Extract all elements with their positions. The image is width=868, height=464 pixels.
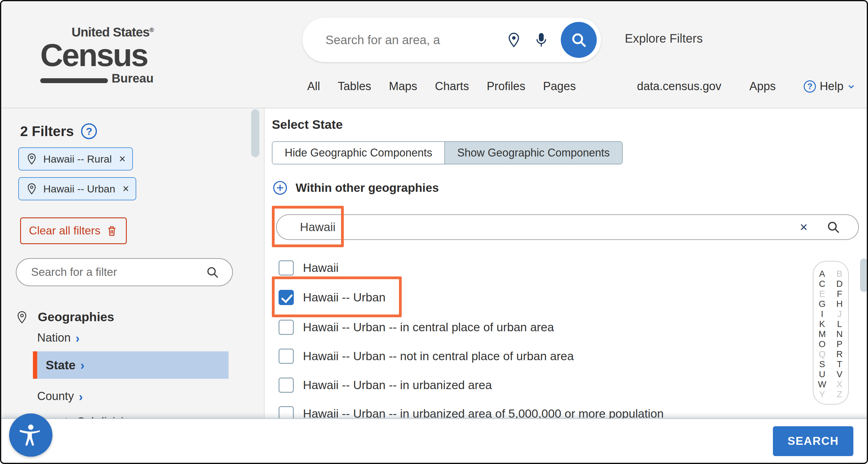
alpha-letter[interactable]: F <box>831 289 848 299</box>
secondary-nav: data.census.gov Apps ? Help <box>637 80 855 93</box>
nav-tab-all[interactable]: All <box>307 80 320 93</box>
geographies-section-header: Geographies <box>15 310 114 324</box>
alpha-letter[interactable]: J <box>831 309 848 319</box>
main-scrollbar-thumb[interactable] <box>860 259 868 292</box>
clear-all-filters-label: Clear all filters <box>29 224 100 237</box>
selected-indicator-bar <box>33 351 37 379</box>
alpha-letter[interactable]: D <box>831 279 848 289</box>
help-menu[interactable]: ? Help <box>804 80 855 93</box>
filter-chip-label: Hawaii -- Rural <box>43 153 112 165</box>
primary-nav: All Tables Maps Charts Profiles Pages <box>307 80 576 93</box>
nav-tab-charts[interactable]: Charts <box>435 80 469 93</box>
filter-chip-label: Hawaii -- Urban <box>43 183 115 195</box>
alpha-letter[interactable]: L <box>831 319 848 329</box>
page-title: Select State <box>272 118 343 132</box>
filters-sidebar: 2 Filters ? Hawaii -- Rural × Hawaii -- … <box>1 108 265 421</box>
option-label: Hawaii -- Urban -- in urbanized area <box>303 378 492 392</box>
within-other-geographies-label: Within other geographies <box>296 181 439 195</box>
search-button[interactable]: SEARCH <box>773 426 854 456</box>
help-label: Help <box>819 80 843 93</box>
filter-chip-hawaii-urban[interactable]: Hawaii -- Urban × <box>18 177 136 200</box>
nav-tab-profiles[interactable]: Profiles <box>487 80 525 93</box>
filter-search-input[interactable]: Search for a filter <box>16 258 233 286</box>
chevron-right-icon: › <box>79 390 83 403</box>
sidebar-item-state[interactable]: State › <box>33 351 228 379</box>
geo-search-value[interactable]: Hawaii <box>300 221 800 234</box>
alpha-letter[interactable]: X <box>831 379 848 389</box>
footer-bar: SEARCH <box>1 418 868 463</box>
remove-filter-icon[interactable]: × <box>123 183 129 195</box>
main-search-placeholder[interactable]: Search for an area, a <box>326 33 506 47</box>
checkbox[interactable] <box>279 320 294 335</box>
checkbox[interactable] <box>279 349 294 364</box>
alpha-letter[interactable]: U <box>813 369 831 379</box>
alpha-letter[interactable]: N <box>831 329 848 339</box>
sidebar-item-label: County <box>37 390 74 403</box>
nav-tab-maps[interactable]: Maps <box>389 80 417 93</box>
alpha-letter[interactable]: C <box>813 279 831 289</box>
help-circle-icon: ? <box>804 80 816 93</box>
remove-filter-icon[interactable]: × <box>119 153 126 165</box>
nav-tab-tables[interactable]: Tables <box>338 80 371 93</box>
chevron-right-icon: › <box>75 332 80 344</box>
option-row-urbanized-area[interactable]: Hawaii -- Urban -- in urbanized area <box>279 377 492 393</box>
option-label: Hawaii -- Urban -- in central place of u… <box>303 321 554 334</box>
sidebar-item-county[interactable]: County › <box>37 390 83 403</box>
option-row-hawaii[interactable]: Hawaii <box>279 260 339 275</box>
option-row-hawaii-urban[interactable]: Hawaii -- Urban <box>279 290 385 305</box>
logo-line2: Census <box>40 40 154 70</box>
filters-help-icon[interactable]: ? <box>81 123 97 139</box>
alpha-letter[interactable]: Q <box>813 349 831 359</box>
clear-all-filters-button[interactable]: Clear all filters <box>20 218 127 244</box>
alpha-letter[interactable]: V <box>831 369 848 379</box>
apps-link[interactable]: Apps <box>749 80 776 93</box>
location-pin-icon <box>26 153 38 165</box>
checkbox[interactable] <box>279 377 294 393</box>
alpha-letter[interactable]: P <box>831 339 848 349</box>
alpha-letter[interactable]: G <box>813 299 831 309</box>
alpha-letter[interactable]: T <box>831 359 848 369</box>
within-other-geographies[interactable]: Within other geographies <box>273 180 439 195</box>
alpha-letter[interactable]: K <box>813 319 831 329</box>
microphone-icon[interactable] <box>533 32 549 48</box>
sidebar-item-nation[interactable]: Nation › <box>37 331 80 344</box>
sidebar-scrollbar-thumb[interactable] <box>251 109 259 157</box>
alpha-letter[interactable]: O <box>813 339 831 349</box>
option-row-not-central-place[interactable]: Hawaii -- Urban -- not in central place … <box>279 349 574 364</box>
location-pin-icon[interactable] <box>506 32 522 48</box>
geo-search-input[interactable]: Hawaii × <box>276 214 859 240</box>
nav-tab-pages[interactable]: Pages <box>543 80 576 93</box>
clear-input-icon[interactable]: × <box>800 220 808 235</box>
alpha-letter[interactable]: A <box>813 269 831 279</box>
alpha-letter[interactable]: Y <box>813 389 831 399</box>
search-icon <box>570 31 588 49</box>
search-icon[interactable] <box>206 265 219 279</box>
alpha-letter[interactable]: Z <box>831 389 848 399</box>
checkbox[interactable] <box>279 260 294 275</box>
hide-geographic-components-button[interactable]: Hide Geographic Components <box>273 142 445 164</box>
filters-count-title: 2 Filters <box>20 123 74 139</box>
explore-filters-link[interactable]: Explore Filters <box>625 32 703 45</box>
main-search-bar[interactable]: Search for an area, a <box>302 18 601 62</box>
location-pin-icon <box>26 183 38 195</box>
alpha-letter[interactable]: W <box>813 379 831 389</box>
search-submit-button[interactable] <box>561 22 597 58</box>
alpha-letter[interactable]: E <box>813 289 831 299</box>
show-geographic-components-button[interactable]: Show Geographic Components <box>445 142 622 164</box>
alpha-letter[interactable]: S <box>813 359 831 369</box>
alpha-letter[interactable]: B <box>831 269 848 279</box>
checkbox[interactable] <box>279 290 294 305</box>
search-icon[interactable] <box>826 220 841 234</box>
alpha-letter[interactable]: R <box>831 349 848 359</box>
alpha-letter[interactable]: M <box>813 329 831 339</box>
option-row-central-place[interactable]: Hawaii -- Urban -- in central place of u… <box>279 320 554 335</box>
option-label: Hawaii <box>303 261 339 275</box>
alpha-letter[interactable]: I <box>813 309 831 319</box>
alpha-letter[interactable]: H <box>831 299 848 309</box>
site-link[interactable]: data.census.gov <box>637 80 721 93</box>
geographic-components-toggle: Hide Geographic Components Show Geograph… <box>272 141 623 164</box>
filter-search-placeholder: Search for a filter <box>31 266 206 278</box>
option-label: Hawaii -- Urban -- not in central place … <box>303 350 574 363</box>
accessibility-button[interactable] <box>9 413 53 457</box>
filter-chip-hawaii-rural[interactable]: Hawaii -- Rural × <box>18 147 133 170</box>
